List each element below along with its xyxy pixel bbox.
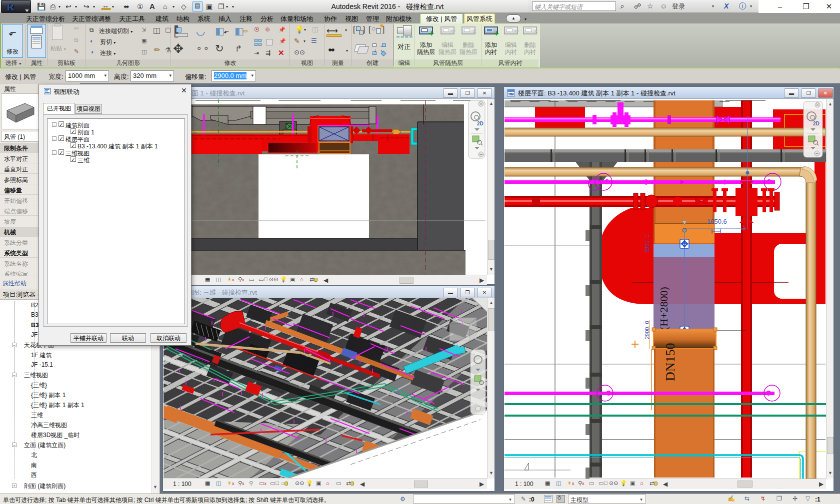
svg-text:1050.6: 1050.6 (707, 218, 727, 225)
svg-text:2D: 2D (813, 121, 820, 126)
svg-text:DN150: DN150 (663, 343, 678, 381)
svg-text:2900. 0: 2900. 0 (644, 321, 650, 339)
svg-text:(H+2800): (H+2800) (658, 287, 670, 330)
svg-text:2900. 0: 2900. 0 (644, 234, 650, 253)
svg-text:2D: 2D (477, 121, 484, 126)
svg-text:RVT: RVT (508, 93, 513, 96)
